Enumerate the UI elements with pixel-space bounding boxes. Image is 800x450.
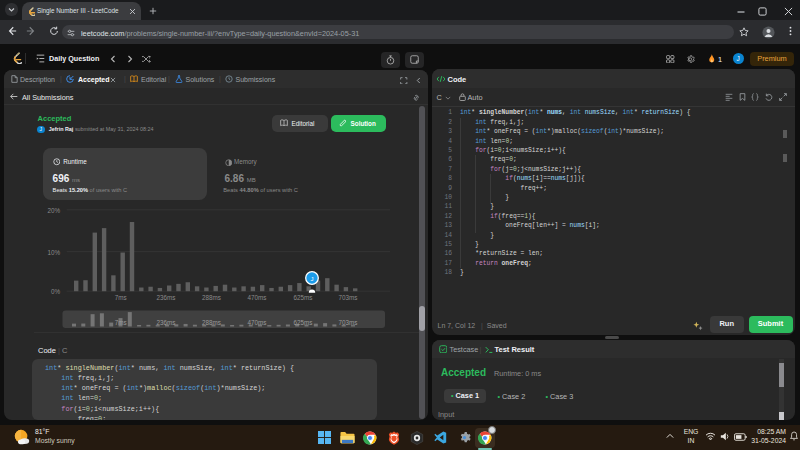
svg-text:703ms: 703ms	[339, 294, 358, 301]
svg-text:236ms: 236ms	[157, 294, 176, 301]
svg-text:288ms: 288ms	[202, 294, 221, 301]
svg-text:236ms: 236ms	[157, 318, 176, 325]
svg-text:10%: 10%	[47, 248, 60, 255]
svg-text:288ms: 288ms	[202, 318, 221, 325]
svg-text:0%: 0%	[51, 287, 61, 294]
svg-text:703ms: 703ms	[339, 318, 358, 325]
svg-text:7ms: 7ms	[115, 294, 127, 301]
svg-text:J: J	[311, 275, 314, 281]
svg-text:7ms: 7ms	[115, 318, 127, 325]
svg-text:20%: 20%	[47, 207, 60, 214]
svg-text:470ms: 470ms	[248, 294, 267, 301]
svg-text:470ms: 470ms	[248, 318, 267, 325]
svg-text:625ms: 625ms	[294, 294, 313, 301]
svg-text:625ms: 625ms	[294, 318, 313, 325]
